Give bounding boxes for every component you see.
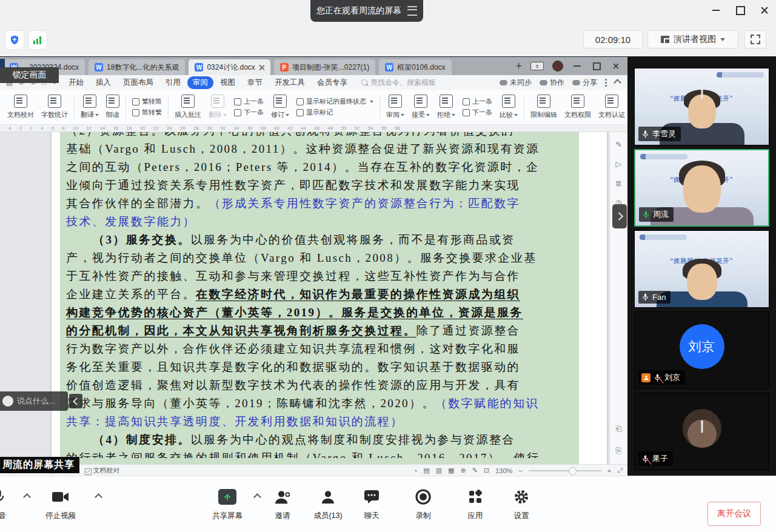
menu-item-5[interactable]: 视图 (215, 76, 241, 89)
ribbon-button-3[interactable]: 朗读 (102, 95, 123, 119)
security-button[interactable] (5, 30, 24, 50)
watching-banner-text: 您正在观看周流的屏幕 (316, 5, 401, 16)
ribbon-group-9[interactable]: 显示标记的最终状态显示标记 (293, 97, 377, 117)
minimize-button[interactable] (711, 5, 721, 16)
video-tile-刘京[interactable]: 刘京刘京 (634, 311, 769, 389)
menu-right-1[interactable]: 协作 (540, 78, 564, 88)
banner-menu-icon[interactable] (407, 6, 417, 16)
video-tile-Fan[interactable]: “疫路同行 静待花开”Fan (634, 230, 769, 308)
next-page-icon[interactable]: ⎘ (614, 446, 624, 456)
ribbon-item[interactable]: 显示标记 (296, 108, 373, 117)
zoom-slider[interactable] (529, 470, 601, 471)
ribbon-button-14[interactable]: 比较 (496, 95, 521, 119)
ribbon-item[interactable]: 上一条 (234, 97, 264, 106)
leave-meeting-button[interactable]: 离开会议 (707, 502, 761, 526)
zoom-out-button[interactable]: − (518, 467, 522, 474)
chat-collapse-button[interactable] (69, 394, 82, 408)
ribbon-item[interactable]: 简转繁 (132, 108, 162, 117)
wps-close-button[interactable] (610, 61, 621, 71)
ribbon-item[interactable]: 下一条 (463, 108, 492, 117)
ribbon-group-4[interactable]: 繁转简简转繁 (129, 97, 166, 117)
collapse-ribbon-icon[interactable] (614, 79, 621, 87)
ribbon-button-1[interactable]: 字数统计 (38, 95, 72, 119)
toolbar-share-button[interactable]: 共享屏幕 (200, 487, 255, 521)
ribbon-button-8[interactable]: 修订 (267, 95, 293, 119)
wps-restore-button[interactable] (591, 61, 602, 71)
maximize-button[interactable] (735, 5, 746, 16)
ribbon-button-11[interactable]: 接受 (408, 95, 433, 119)
menu-item-2[interactable]: 页面布局 (118, 76, 159, 89)
ribbon-button-5[interactable]: 插入批注 (171, 95, 205, 119)
document-tab[interactable]: W18数字化...化的关系观 (89, 59, 185, 75)
pen-tool-icon[interactable]: ✎ (614, 139, 624, 149)
prev-page-icon[interactable]: ⎗ (614, 424, 624, 434)
ribbon-item[interactable]: 下一条 (234, 108, 264, 117)
ribbon-button-17[interactable]: 文档认证 (595, 95, 629, 119)
document-tab[interactable]: P项目制图-张笑...0227(1) (274, 59, 375, 75)
video-tile-周流[interactable]: “疫路同行 静待花开”周流 (634, 149, 769, 227)
ribbon-item[interactable]: 显示标记的最终状态 (296, 97, 373, 106)
toolbar-chevron-up[interactable] (24, 494, 30, 499)
toolbar-mic-button[interactable]: 静音 (0, 487, 26, 521)
toolbar-record-button[interactable]: 录制 (396, 487, 450, 521)
menu-right-0[interactable]: 未同步 (500, 78, 532, 88)
zoom-level[interactable]: 130% (495, 467, 512, 474)
fullscreen-button[interactable] (744, 30, 766, 48)
zoom-in-button[interactable]: + (607, 467, 611, 474)
zoom-slider-knob[interactable] (569, 467, 577, 475)
menu-item-7[interactable]: 开发工具 (269, 76, 310, 89)
view-mode-button[interactable]: 演讲者视图 (647, 30, 738, 48)
web-view-icon[interactable]: ▥ (436, 467, 442, 474)
more-icon[interactable] (605, 82, 607, 84)
toolbar-camera-button[interactable]: 停止视频 (33, 487, 88, 521)
document-canvas[interactable]: （2）资源整合。以服务为中心的价值共创观将资源整合视为行为者价值交换的基础（Va… (0, 132, 627, 464)
fit-page-icon[interactable]: ⊡ (484, 467, 489, 474)
document-tab[interactable]: W0324讨论.docx (189, 59, 270, 75)
menu-item-4[interactable]: 审阅 (187, 76, 213, 89)
outline-icon[interactable]: ≣ (614, 178, 624, 188)
edit-pen-icon[interactable]: ✎ (472, 467, 478, 474)
ribbon-group-13[interactable]: 上一条下一条 (459, 97, 496, 117)
sidebar-expand-tab[interactable] (612, 204, 627, 228)
ribbon-button-2[interactable]: 翻译 (77, 95, 102, 119)
close-button[interactable] (759, 5, 770, 16)
menu-item-1[interactable]: 插入 (90, 76, 116, 89)
scroll-up-button[interactable] (701, 88, 703, 99)
ribbon-button-10[interactable]: 审阅 (383, 95, 408, 119)
ribbon-item[interactable]: 上一条 (463, 97, 492, 106)
select-tool-icon[interactable]: ▷ (614, 159, 624, 168)
ribbon-button-12[interactable]: 拒绝 (433, 95, 459, 119)
toolbar-chat-button[interactable]: 聊天 (344, 487, 399, 521)
toolbar-settings-button[interactable]: 设置 (494, 487, 549, 521)
expand-icon[interactable]: ⤢ (617, 467, 623, 474)
globe-icon[interactable]: ⊕ (461, 467, 466, 474)
tab-close-icon[interactable] (259, 65, 264, 70)
ribbon-button-0[interactable]: 文档校对 (4, 95, 38, 119)
menu-item-8[interactable]: 会员专享 (312, 76, 353, 89)
new-tab-button[interactable]: + (515, 60, 522, 73)
document-tab[interactable]: W框架0106.docx (379, 59, 451, 75)
watching-banner[interactable]: 您正在观看周流的屏幕 (310, 0, 423, 22)
ribbon-group-7[interactable]: 上一条下一条 (230, 97, 267, 117)
page-view-icon[interactable]: ▤ (423, 467, 429, 474)
wps-minimize-button[interactable] (572, 61, 583, 71)
scroll-down-button[interactable] (701, 422, 703, 433)
network-signal-button[interactable] (28, 30, 47, 50)
book-view-icon[interactable]: ▦ (448, 467, 454, 474)
toolbar-chevron-up[interactable] (96, 494, 102, 499)
chevron-down-icon (426, 114, 430, 116)
account-avatar[interactable] (552, 61, 563, 71)
ribbon-button-15[interactable]: 限制编辑 (527, 95, 561, 119)
eye-protect-icon[interactable]: ◔ (413, 467, 418, 474)
ribbon-button-16[interactable]: 文档权限 (561, 95, 595, 119)
proofread-toggle[interactable]: ✓文档校对 (85, 466, 120, 475)
menu-item-0[interactable]: 开始 (63, 76, 89, 89)
menu-item-6[interactable]: 章节 (242, 76, 268, 89)
menu-item-3[interactable]: 引用 (160, 76, 186, 89)
video-tile-李雪灵[interactable]: “疫路同行 静待花开”李雪灵 (634, 68, 769, 145)
emoji-icon[interactable] (2, 396, 13, 407)
ribbon-item[interactable]: 繁转简 (132, 97, 162, 106)
command-search[interactable]: 查找命令、搜索模板 (361, 78, 436, 88)
quick-chat-input[interactable]: 说点什么... (0, 391, 68, 411)
menu-right-2[interactable]: 分享 (572, 78, 597, 88)
